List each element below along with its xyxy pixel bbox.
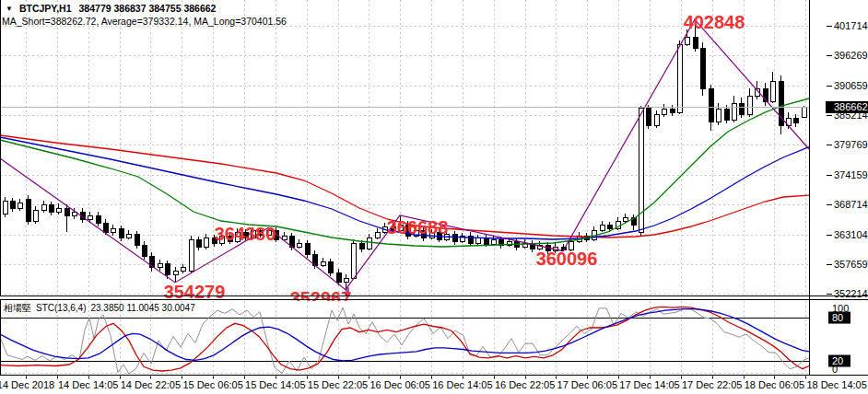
chart-header: ▼BTCJPY,H1384779 386837 384755 386662 [6,3,216,14]
pane-divider[interactable] [0,296,868,300]
chart-canvas: ⇓402848354279364380352967366688360096401… [0,0,868,394]
ohlc-values: 384779 386837 384755 386662 [79,3,217,14]
indicator-label: 相場堅STC(13,6,4)23.3850 11.0045 30.0047 [4,302,200,315]
indicator-values: 23.3850 11.0045 30.0047 [90,303,194,313]
price-axis-area[interactable] [810,0,868,376]
main-plot-area[interactable] [0,0,809,296]
ma-values-line: MA_Short=388262.72, Average=379332.14, M… [2,16,287,27]
symbol-title: BTCJPY,H1 [19,3,72,14]
time-axis-area[interactable] [0,376,868,394]
indicator-params: STC(13,6,4) [36,303,86,313]
symbol-dropdown-icon[interactable]: ▼ [6,5,13,13]
chart-window: ⇓402848354279364380352967366688360096401… [0,0,868,394]
indicator-name: 相場堅 [4,303,31,313]
